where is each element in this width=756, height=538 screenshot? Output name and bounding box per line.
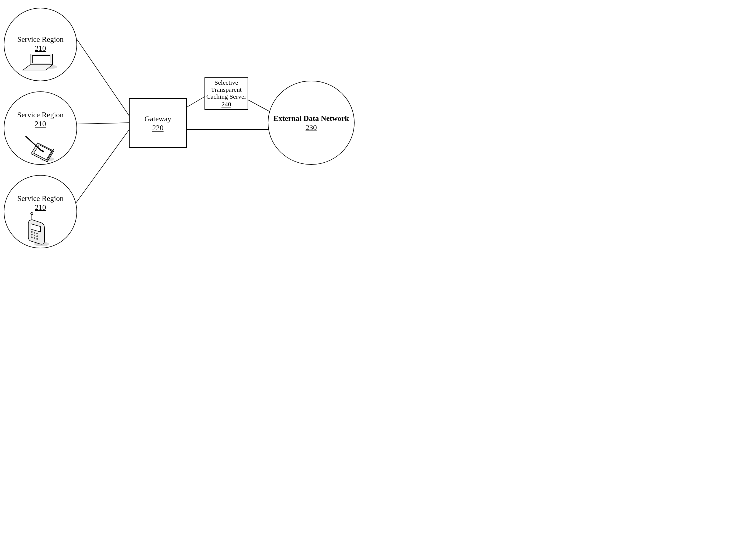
cache-node: Selective Transparent Caching Server 240: [205, 78, 248, 109]
edge-cache-external: [248, 100, 273, 113]
svg-rect-1: [32, 56, 50, 63]
svg-point-14: [34, 237, 35, 239]
svg-point-8: [34, 232, 35, 234]
service-region-3-num: 210: [35, 203, 46, 211]
service-region-1-label: Service Region: [17, 35, 64, 43]
gateway-box: [129, 98, 186, 147]
edge-sr3-gateway: [75, 130, 129, 204]
service-region-2-num: 210: [35, 120, 46, 128]
service-region-1-num: 210: [35, 44, 46, 52]
svg-point-15: [36, 238, 38, 240]
external-ellipse: [268, 81, 354, 165]
service-region-1: Service Region 210: [4, 8, 77, 81]
svg-point-7: [31, 231, 32, 233]
svg-point-10: [31, 234, 32, 236]
external-network-node: External Data Network 230: [268, 81, 354, 165]
svg-point-6: [31, 212, 33, 215]
external-num: 230: [306, 123, 317, 132]
svg-point-12: [36, 236, 38, 237]
service-region-3-label: Service Region: [17, 194, 64, 202]
edge-sr1-gateway: [75, 36, 129, 116]
cache-num: 240: [221, 101, 231, 108]
network-diagram: Service Region 210 Service Region 210: [0, 0, 404, 288]
cache-label-3: Caching Server: [207, 93, 247, 100]
edge-gateway-cache: [186, 96, 205, 107]
cache-label-2: Transparent: [211, 86, 242, 93]
gateway-node: Gateway 220: [129, 98, 186, 147]
svg-point-9: [36, 233, 38, 234]
edge-sr2-gateway: [77, 123, 129, 124]
external-label: External Data Network: [273, 114, 349, 123]
svg-point-13: [31, 237, 32, 238]
svg-point-11: [34, 235, 35, 236]
gateway-num: 220: [152, 124, 164, 132]
gateway-label: Gateway: [144, 115, 171, 123]
service-region-3: Service Region 210: [4, 175, 77, 248]
service-region-2: Service Region 210: [4, 92, 77, 165]
cache-label-1: Selective: [214, 79, 238, 86]
service-region-2-label: Service Region: [17, 111, 64, 119]
